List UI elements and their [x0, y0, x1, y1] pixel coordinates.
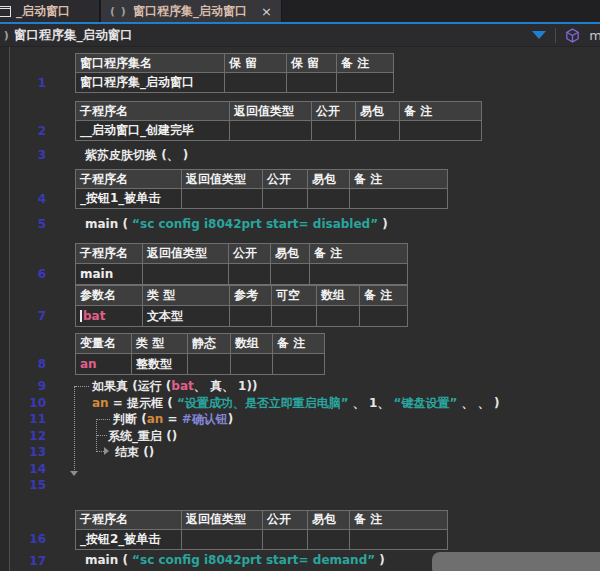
- cube-icon[interactable]: [565, 28, 580, 43]
- line-number: 12: [0, 428, 46, 443]
- table-cell[interactable]: 窗口程序集_启动窗口: [75, 73, 225, 93]
- table-header-cell: 易包: [271, 243, 310, 264]
- code-line[interactable]: 10an = 提示框 ( “设置成功、是否立即重启电脑” 、 1、 “键盘设置”…: [0, 395, 600, 412]
- table-header-cell: 类 型: [132, 333, 188, 354]
- window-form-icon: [0, 6, 11, 17]
- table-cell[interactable]: [337, 73, 394, 93]
- table-cell[interactable]: _按钮2_被单击: [75, 530, 182, 550]
- table-cell[interactable]: an: [75, 354, 132, 375]
- definition-table: 子程序名返回值类型公开易包备 注_按钮1_被单击: [75, 169, 448, 209]
- code-parens-icon: ( ): [0, 29, 10, 42]
- line-number: 10: [0, 395, 46, 410]
- line-number: 16: [0, 532, 46, 547]
- table-header-cell: 公开: [263, 510, 308, 530]
- definition-table: 窗口程序集名保 留保 留备 注窗口程序集_启动窗口: [75, 53, 394, 93]
- table-header-cell: 保 留: [225, 53, 287, 73]
- code-line[interactable]: 3紫苏皮肤切换 (、 ): [0, 141, 600, 169]
- branch-end-arrow-icon: [104, 447, 109, 455]
- table-header-cell: 保 留: [287, 53, 337, 73]
- table-cell[interactable]: [229, 264, 271, 285]
- table-cell[interactable]: [231, 354, 273, 375]
- line-number: 7: [0, 309, 46, 324]
- table-header-cell: 数组: [231, 333, 273, 354]
- table-cell[interactable]: 文本型: [143, 306, 230, 327]
- code-text: 系统_重启 (): [108, 427, 177, 444]
- table-cell[interactable]: [182, 189, 263, 209]
- line-number: 8: [0, 357, 46, 372]
- table-header-cell: 返回值类型: [182, 510, 263, 530]
- table-cell[interactable]: _按钮1_被单击: [75, 189, 182, 209]
- bottom-right-panel[interactable]: [432, 552, 600, 571]
- code-text: 紫苏皮肤切换 (、 ): [85, 147, 188, 164]
- text-caret: [80, 310, 82, 322]
- indent-guide: [97, 451, 104, 452]
- table-cell[interactable]: [143, 264, 229, 285]
- tab-label: 窗口程序集_启动窗口: [133, 3, 247, 20]
- table-header-cell: 返回值类型: [230, 101, 312, 121]
- table-cell[interactable]: [271, 264, 310, 285]
- table-cell[interactable]: [272, 306, 317, 327]
- code-line[interactable]: 13结束 (): [0, 444, 600, 461]
- table-cell[interactable]: __启动窗口_创建完毕: [75, 121, 230, 141]
- definition-table: 子程序名返回值类型公开易包备 注main参数名类 型参考可空数组备 注bat文本…: [75, 243, 408, 327]
- table-header-cell: 备 注: [273, 333, 325, 354]
- table-header-cell: 子程序名: [75, 169, 182, 189]
- code-line[interactable]: 9如果真 (运行 (bat、 真、 1)): [0, 378, 600, 395]
- table-cell[interactable]: [230, 306, 272, 327]
- table-cell[interactable]: [312, 121, 356, 141]
- table-cell[interactable]: main: [75, 264, 143, 285]
- table-cell[interactable]: [400, 121, 482, 141]
- separator: [555, 28, 556, 43]
- table-cell[interactable]: [350, 530, 448, 550]
- table-cell[interactable]: [310, 264, 408, 285]
- table-header-cell: 返回值类型: [143, 243, 229, 264]
- table-header-cell: 公开: [263, 169, 308, 189]
- tab-bar: _启动窗口 ( ) 窗口程序集_启动窗口 ×: [0, 0, 600, 22]
- table-header-cell: 窗口程序集名: [75, 53, 225, 73]
- table-cell[interactable]: [287, 73, 337, 93]
- table-cell[interactable]: [263, 189, 308, 209]
- table-header-cell: 可空: [272, 285, 317, 306]
- definition-table: 子程序名返回值类型公开易包备 注_按钮2_被单击: [75, 510, 448, 550]
- table-header-cell: 子程序名: [75, 510, 182, 530]
- table-cell[interactable]: [273, 354, 325, 375]
- table-header-cell: 子程序名: [75, 243, 143, 264]
- code-editor[interactable]: 窗口程序集名保 留保 留备 注窗口程序集_启动窗口1子程序名返回值类型公开易包备…: [0, 47, 600, 571]
- table-header-cell: 参数名: [75, 285, 143, 306]
- table-cell[interactable]: [225, 73, 287, 93]
- line-number: 9: [0, 379, 46, 394]
- code-line[interactable]: 11判断 (an = #确认钮): [0, 411, 600, 428]
- table-header-cell: 返回值类型: [182, 169, 263, 189]
- code-line[interactable]: 12系统_重启 (): [0, 428, 600, 445]
- table-cell[interactable]: [188, 354, 231, 375]
- table-cell[interactable]: [308, 530, 350, 550]
- table-cell[interactable]: [350, 189, 448, 209]
- line-number: 15: [0, 478, 46, 493]
- code-line[interactable]: 5main ( “sc config i8042prt start= disab…: [0, 209, 600, 239]
- code-table-block: 变量名类 型静态数组备 注an整数型8: [0, 333, 600, 375]
- code-text: 如果真 (运行 (bat、 真、 1)): [92, 378, 257, 395]
- tab-startup-window[interactable]: _启动窗口: [0, 0, 101, 22]
- tab-window-program-set[interactable]: ( ) 窗口程序集_启动窗口 ×: [101, 0, 282, 22]
- table-cell[interactable]: [182, 530, 263, 550]
- code-line[interactable]: 15: [0, 477, 600, 494]
- table-cell[interactable]: [360, 306, 408, 327]
- code-line[interactable]: 14: [0, 461, 600, 478]
- definition-table: 变量名类 型静态数组备 注an整数型: [75, 333, 325, 375]
- table-cell[interactable]: [263, 530, 308, 550]
- table-cell[interactable]: [356, 121, 400, 141]
- table-cell[interactable]: [317, 306, 360, 327]
- dropdown-arrow-icon[interactable]: [532, 31, 546, 39]
- code-text: main ( “sc config i8042prt start= disabl…: [85, 217, 388, 231]
- code-text: main ( “sc config i8042prt start= demand…: [85, 553, 385, 567]
- definition-table: 子程序名返回值类型公开易包备 注__启动窗口_创建完毕: [75, 101, 482, 141]
- close-tab-icon[interactable]: ×: [261, 4, 272, 19]
- table-header-cell: 变量名: [75, 333, 132, 354]
- table-cell[interactable]: [308, 189, 350, 209]
- table-cell[interactable]: bat: [75, 306, 143, 327]
- table-cell[interactable]: 整数型: [132, 354, 188, 375]
- code-table-block: 子程序名返回值类型公开易包备 注_按钮2_被单击16: [0, 510, 600, 550]
- code-table-block: 窗口程序集名保 留保 留备 注窗口程序集_启动窗口1: [0, 53, 600, 93]
- code-text: 判断 (an = #确认钮): [113, 411, 233, 428]
- table-cell[interactable]: [230, 121, 312, 141]
